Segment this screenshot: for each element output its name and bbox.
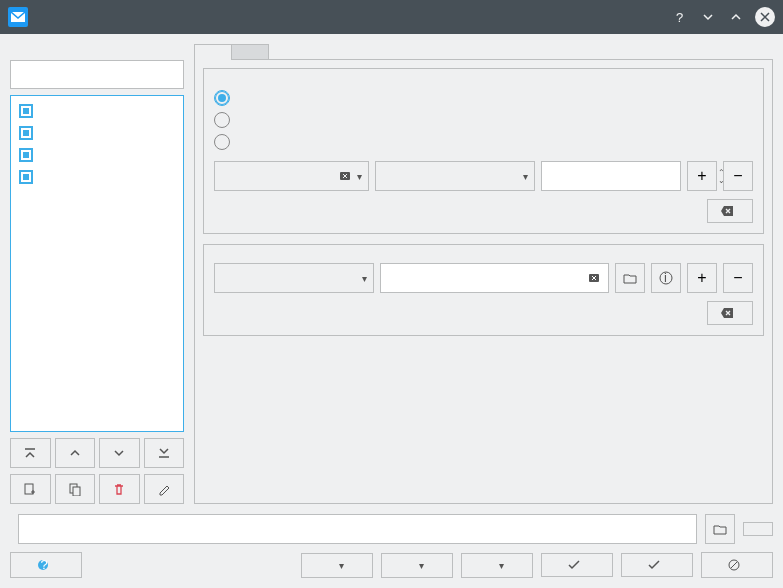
apply-button[interactable] xyxy=(621,553,693,577)
criteria-field-combo[interactable]: ▾ xyxy=(214,161,369,191)
move-down-button[interactable] xyxy=(99,438,140,468)
ok-button[interactable] xyxy=(541,553,613,577)
new-filter-button[interactable] xyxy=(10,474,51,504)
criteria-value-spinbox[interactable]: ⌃ ⌄ xyxy=(541,161,681,191)
convert-button[interactable]: ▾ xyxy=(461,553,533,578)
add-criteria-button[interactable]: + xyxy=(687,161,717,191)
svg-text:i: i xyxy=(664,271,667,285)
chevron-down-icon: ▾ xyxy=(523,171,528,182)
chevron-down-icon: ▾ xyxy=(499,560,504,571)
move-top-button[interactable] xyxy=(10,438,51,468)
svg-rect-4 xyxy=(73,487,80,496)
run-now-button[interactable] xyxy=(743,522,773,536)
svg-point-9 xyxy=(38,560,48,570)
clear-actions-button[interactable] xyxy=(707,301,753,325)
delete-filter-button[interactable] xyxy=(99,474,140,504)
info-button[interactable]: i xyxy=(651,263,681,293)
svg-rect-6 xyxy=(589,274,599,282)
remove-criteria-button[interactable]: − xyxy=(723,161,753,191)
clear-input-icon[interactable] xyxy=(588,272,600,284)
move-up-button[interactable] xyxy=(55,438,96,468)
cancel-button[interactable] xyxy=(701,552,773,578)
svg-point-11 xyxy=(729,560,739,570)
maximize-button[interactable] xyxy=(727,8,745,26)
svg-rect-0 xyxy=(11,12,25,22)
cancel-icon xyxy=(728,559,740,571)
svg-rect-2 xyxy=(25,484,33,494)
tabbar xyxy=(194,44,773,60)
check-icon xyxy=(648,560,660,570)
copy-filter-button[interactable] xyxy=(55,474,96,504)
close-button[interactable] xyxy=(755,7,775,27)
svg-text:?: ? xyxy=(41,559,48,571)
criteria-op-combo[interactable]: ▾ xyxy=(375,161,535,191)
radio-icon xyxy=(214,112,230,128)
tab-advanced[interactable] xyxy=(231,44,269,59)
svg-text:?: ? xyxy=(676,10,683,24)
browse-button[interactable] xyxy=(615,263,645,293)
search-input[interactable] xyxy=(10,60,184,89)
move-bottom-button[interactable] xyxy=(144,438,185,468)
chevron-down-icon: ▾ xyxy=(362,273,367,284)
chevron-down-icon: ▾ xyxy=(357,171,362,182)
radio-match-all[interactable] xyxy=(214,87,753,109)
command-input[interactable] xyxy=(389,271,588,286)
rename-filter-button[interactable] xyxy=(144,474,185,504)
radio-match-all-messages[interactable] xyxy=(214,131,753,153)
checkbox-icon[interactable] xyxy=(19,104,33,118)
svg-rect-3 xyxy=(70,484,77,493)
export-button[interactable]: ▾ xyxy=(381,553,453,578)
help-button[interactable]: ? xyxy=(10,552,82,578)
radio-icon xyxy=(214,90,230,106)
filter-item-classify-spam[interactable] xyxy=(11,144,183,166)
filter-actions-group: ▾ i + − xyxy=(203,244,764,336)
app-icon xyxy=(8,7,28,27)
add-action-button[interactable]: + xyxy=(687,263,717,293)
chevron-down-icon: ▾ xyxy=(339,560,344,571)
filter-list[interactable] xyxy=(10,95,184,432)
help-icon: ? xyxy=(37,559,49,571)
svg-rect-5 xyxy=(340,172,350,180)
import-button[interactable]: ▾ xyxy=(301,553,373,578)
available-filters-header xyxy=(10,44,184,54)
filter-item-bogofilter[interactable] xyxy=(11,100,183,122)
remove-action-button[interactable]: − xyxy=(723,263,753,293)
backspace-icon xyxy=(720,205,734,217)
folder-browse-button[interactable] xyxy=(705,514,735,544)
tab-general[interactable] xyxy=(194,44,232,59)
check-icon xyxy=(568,560,580,570)
minimize-button[interactable] xyxy=(699,8,717,26)
radio-match-any[interactable] xyxy=(214,109,753,131)
action-type-combo[interactable]: ▾ xyxy=(214,263,374,293)
help-titlebar-button[interactable]: ? xyxy=(671,8,689,26)
clear-criteria-button[interactable] xyxy=(707,199,753,223)
chevron-down-icon: ▾ xyxy=(419,560,424,571)
filter-item-spam-handling[interactable] xyxy=(11,122,183,144)
checkbox-icon[interactable] xyxy=(19,148,33,162)
svg-point-7 xyxy=(660,272,672,284)
checkbox-icon[interactable] xyxy=(19,126,33,140)
backspace-icon xyxy=(720,307,734,319)
filter-item-classify-not-spam[interactable] xyxy=(11,166,183,188)
folder-select-input[interactable] xyxy=(18,514,697,544)
filter-criteria-group: ▾ ▾ ⌃ ⌄ + − xyxy=(203,68,764,234)
titlebar: ? xyxy=(0,0,783,34)
radio-icon xyxy=(214,134,230,150)
checkbox-icon[interactable] xyxy=(19,170,33,184)
clear-field-icon[interactable] xyxy=(339,170,351,182)
action-command-input[interactable] xyxy=(380,263,609,293)
